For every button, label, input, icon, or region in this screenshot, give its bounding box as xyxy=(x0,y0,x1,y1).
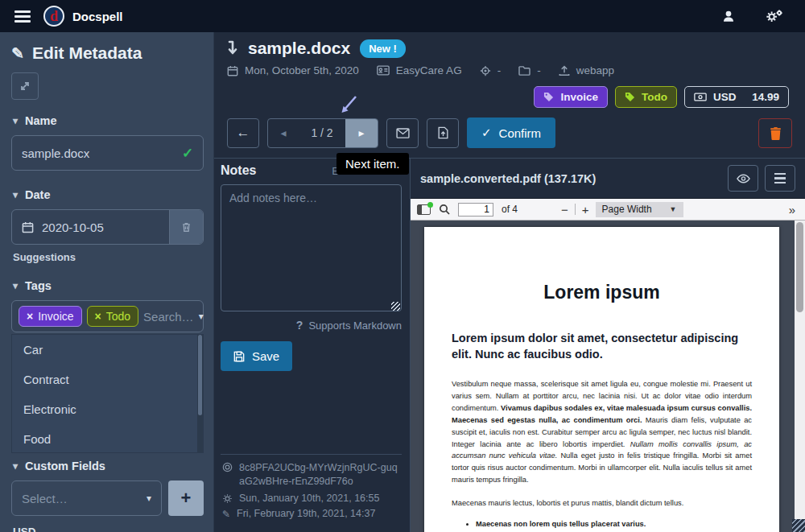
save-notes-button[interactable]: Save xyxy=(221,341,292,371)
pdf-page: Lorem ipsum Lorem ipsum dolor sit amet, … xyxy=(424,227,779,532)
top-navbar: d Docspell xyxy=(0,0,805,32)
section-header-name[interactable]: ▾ Name xyxy=(13,114,202,127)
app-title: Docspell xyxy=(72,10,123,23)
delete-item-button[interactable] xyxy=(758,118,792,148)
calendar-icon xyxy=(22,221,34,233)
tag-chip-todo[interactable]: × Todo xyxy=(87,306,139,327)
prev-item-button[interactable]: ◂ xyxy=(268,119,299,147)
pdf-viewer: of 4 − + Page Width ▼ » xyxy=(411,198,805,532)
remove-tag-icon[interactable]: × xyxy=(95,310,101,323)
scrollbar-thumb[interactable] xyxy=(796,222,803,312)
suggestions-label: Suggestions xyxy=(13,251,202,263)
tag-chip-invoice[interactable]: × Invoice xyxy=(19,306,82,327)
next-item-button[interactable]: ▸ xyxy=(345,119,378,147)
markdown-hint: Supports Markdown xyxy=(308,320,402,332)
crosshair-icon xyxy=(480,65,491,76)
tag-badge-invoice[interactable]: Invoice xyxy=(534,86,608,108)
notes-title: Notes xyxy=(221,163,256,178)
document-paragraph: Maecenas mauris lectus, lobortis et puru… xyxy=(452,497,752,509)
docspell-logo-icon: d xyxy=(43,6,64,27)
expand-sidebar-button[interactable] xyxy=(11,72,39,100)
add-custom-field-button[interactable]: + xyxy=(168,480,204,516)
date-value: 2020-10-05 xyxy=(42,221,104,234)
textarea-resize-handle[interactable] xyxy=(391,302,400,311)
gear-icon xyxy=(222,493,233,504)
money-bill-icon xyxy=(694,93,707,101)
edit-metadata-sidebar: ✎ Edit Metadata ▾ Name ✓ ▾ Date 2020-1 xyxy=(0,32,214,532)
item-title: sample.docx xyxy=(248,39,350,58)
upload-icon xyxy=(559,65,570,76)
check-icon: ✓ xyxy=(481,126,492,140)
tags-dropdown: Car Contract Electronic Food Important xyxy=(11,334,204,453)
chevron-down-icon[interactable]: ▾ xyxy=(199,311,204,322)
folder-icon xyxy=(518,65,530,76)
clear-date-button[interactable] xyxy=(169,210,203,244)
tag-option[interactable]: Car xyxy=(12,335,203,365)
item-pagination: ◂ 1 / 2 ▸ xyxy=(267,118,378,148)
item-concerned: - xyxy=(497,64,502,76)
date-field[interactable]: 2020-10-05 xyxy=(11,209,204,245)
tag-search-placeholder[interactable]: Search… xyxy=(143,310,194,324)
chevron-down-icon: ▾ xyxy=(147,493,151,504)
created-date: Sun, January 10th, 2021, 16:55 xyxy=(239,493,379,504)
pdf-toolbar: of 4 − + Page Width ▼ » xyxy=(411,199,805,221)
zoom-out-button[interactable]: − xyxy=(561,203,568,217)
pdf-tools-toggle[interactable]: » xyxy=(789,203,799,217)
search-icon[interactable] xyxy=(439,204,450,215)
pdf-sidebar-toggle-icon[interactable] xyxy=(417,204,431,215)
remove-tag-icon[interactable]: × xyxy=(27,310,33,323)
target-id-icon xyxy=(222,462,233,472)
document-heading: Lorem ipsum dolor sit amet, consectetur … xyxy=(452,331,752,362)
updated-date: Fri, February 19th, 2021, 14:37 xyxy=(237,508,375,519)
tag-badge-todo[interactable]: Todo xyxy=(615,86,677,108)
tag-icon xyxy=(625,92,635,102)
pencil-icon: ✎ xyxy=(222,509,230,520)
section-header-custom-fields[interactable]: ▾ Custom Fields xyxy=(13,460,202,472)
name-input[interactable] xyxy=(22,146,182,160)
calendar-icon xyxy=(227,65,238,76)
menu-icon[interactable] xyxy=(14,10,31,23)
item-toolbar: ← ◂ 1 / 2 ▸ ✓ Confirm xyxy=(214,108,805,158)
document-title: Lorem ipsum xyxy=(452,282,752,303)
notes-textarea[interactable] xyxy=(221,184,402,311)
settings-gears-icon[interactable] xyxy=(757,6,791,27)
custom-field-usd-label: USD xyxy=(13,526,202,532)
chevron-down-icon: ▾ xyxy=(13,115,18,126)
item-header: sample.docx New ! Mon, October 5th, 2020… xyxy=(214,32,805,108)
arrow-down-icon[interactable] xyxy=(227,40,238,56)
pdf-page-input[interactable] xyxy=(458,203,493,217)
pdf-scrollbar[interactable] xyxy=(795,221,805,532)
user-icon[interactable] xyxy=(713,6,744,27)
item-id: 8c8PFA2UCbg-MYrWzjnRgUC-guqaG2wBHre-rEnZ… xyxy=(239,461,400,489)
document-bullet-list: Maecenas non lorem quis tellus placerat … xyxy=(476,519,752,532)
preview-eye-button[interactable] xyxy=(728,165,758,192)
floppy-icon xyxy=(233,351,245,362)
pdf-scroll-area[interactable]: Lorem ipsum Lorem ipsum dolor sit amet, … xyxy=(411,221,805,532)
back-button[interactable]: ← xyxy=(227,118,259,148)
attach-file-button[interactable] xyxy=(427,118,459,148)
tag-option[interactable]: Contract xyxy=(12,365,203,394)
section-header-date[interactable]: ▾ Date xyxy=(13,188,202,201)
item-date: Mon, October 5th, 2020 xyxy=(245,64,359,76)
zoom-in-button[interactable]: + xyxy=(582,203,589,217)
amount-badge[interactable]: USD 14.99 xyxy=(684,86,789,108)
mail-button[interactable] xyxy=(386,118,419,148)
app-brand[interactable]: d Docspell xyxy=(43,6,123,27)
chevron-down-icon: ▾ xyxy=(13,460,18,472)
chevron-down-icon: ▼ xyxy=(670,205,677,213)
confirm-button[interactable]: ✓ Confirm xyxy=(467,118,555,148)
next-item-tooltip: Next item. xyxy=(336,153,409,175)
tag-option[interactable]: Electronic xyxy=(12,394,203,424)
name-field[interactable]: ✓ xyxy=(11,135,204,171)
item-position-indicator: 1 / 2 xyxy=(299,119,345,147)
resize-handle[interactable] xyxy=(792,519,805,532)
tags-multiselect[interactable]: × Invoice × Todo Search… ▾ xyxy=(11,300,204,332)
tag-option[interactable]: Food xyxy=(12,424,203,453)
dropdown-scrollbar[interactable] xyxy=(197,335,203,452)
item-folder: - xyxy=(537,64,541,76)
new-badge[interactable]: New ! xyxy=(360,39,406,58)
custom-field-select[interactable]: Select… ▾ xyxy=(11,480,162,516)
pdf-zoom-select[interactable]: Page Width ▼ xyxy=(596,202,683,217)
attachment-menu-button[interactable] xyxy=(765,165,795,192)
section-header-tags[interactable]: ▾ Tags xyxy=(13,279,202,292)
